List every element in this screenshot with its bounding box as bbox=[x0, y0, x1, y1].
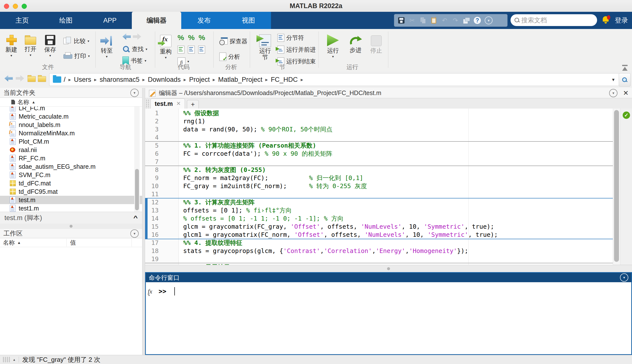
doc-search-field[interactable]: 搜索文档 bbox=[511, 14, 597, 26]
code-line-12[interactable]: 12%% 3. 计算灰度共生矩阵 bbox=[145, 198, 613, 206]
notification-bell-icon[interactable] bbox=[602, 16, 609, 24]
code-line-13[interactable]: 13offsets = [0 1]; % fi›fl‡°方向 bbox=[145, 206, 613, 214]
workspace-column-header[interactable]: 名称▲ 值 bbox=[0, 238, 142, 247]
code-line-5[interactable]: 5%% 1. 计算功能连接矩阵 (Pearson相关系数) bbox=[145, 142, 613, 150]
panel-splitter[interactable] bbox=[0, 224, 142, 229]
list-item[interactable]: sdae_autism_EEG_share.m bbox=[0, 162, 142, 171]
code-line-16[interactable]: 16glcm1 = graycomatrix(FC_norm, 'Offset'… bbox=[145, 231, 613, 239]
detail-collapse-icon[interactable]: ^ bbox=[133, 214, 138, 221]
uncomment-icon[interactable]: % bbox=[188, 34, 195, 41]
command-window[interactable]: 命令行窗口 ▾ fx >> bbox=[145, 272, 632, 355]
command-window-menu-icon[interactable]: ▾ bbox=[620, 273, 628, 282]
analyze-button[interactable]: 分析 bbox=[219, 52, 240, 61]
code-line-6[interactable]: 6FC = corrcoef(data'); % 90 x 90 的相关矩阵 bbox=[145, 150, 613, 158]
breadcrumb-segment[interactable]: Project bbox=[189, 76, 210, 84]
list-item[interactable]: td_dFC95.mat bbox=[0, 188, 142, 196]
section-break-button[interactable]: 分节符 bbox=[277, 34, 304, 42]
open-button[interactable]: 打开▾ bbox=[25, 35, 36, 56]
editor-close-icon[interactable]: ✕ bbox=[623, 89, 628, 97]
code-line-2[interactable]: 2rng(1) bbox=[145, 117, 613, 125]
list-item[interactable]: test1.m bbox=[0, 204, 142, 212]
path-field[interactable]: /▸Users▸sharonsmac5▸Downloads▸Project▸Ma… bbox=[49, 73, 620, 86]
fx-hint-icon[interactable]: fx bbox=[148, 288, 152, 295]
splitter-handle-icon[interactable] bbox=[70, 225, 73, 228]
ribbon-tab-plots[interactable]: 绘图 bbox=[49, 12, 83, 29]
breadcrumb-segment[interactable]: Matlab_Project bbox=[218, 76, 262, 84]
status-caret-icon[interactable]: ▴ bbox=[13, 357, 15, 362]
ribbon-tab-editor[interactable]: 编辑器 bbox=[132, 12, 181, 29]
collapse-ribbon-icon[interactable] bbox=[621, 65, 628, 71]
folder-up-icon[interactable] bbox=[28, 75, 36, 82]
code-line-3[interactable]: 3data = rand(90, 50); % 90个ROI, 50个时间点 bbox=[145, 125, 613, 133]
comment-icon[interactable]: % bbox=[177, 34, 184, 41]
breadcrumb-segment[interactable]: / bbox=[64, 76, 66, 84]
editor-scrollbar[interactable] bbox=[613, 108, 620, 265]
command-window-body[interactable]: fx >> bbox=[146, 282, 631, 354]
list-item[interactable]: LR_FC.m bbox=[0, 106, 142, 112]
nav-history-buttons[interactable] bbox=[122, 34, 141, 40]
list-item[interactable]: raal.nii bbox=[0, 146, 142, 154]
help-icon[interactable]: ? bbox=[473, 16, 481, 24]
paste-icon[interactable] bbox=[430, 17, 438, 24]
workspace-body[interactable] bbox=[0, 247, 142, 355]
code-editor[interactable]: 1%% 假设数据2rng(1)3data = rand(90, 50); % 9… bbox=[145, 108, 632, 265]
workspace-menu-icon[interactable]: ▾ bbox=[130, 230, 139, 238]
breadcrumb-segment[interactable]: sharonsmac5 bbox=[100, 76, 139, 84]
find-button[interactable]: 查找▾ bbox=[122, 45, 147, 53]
run-section-button[interactable]: 运行节 bbox=[258, 34, 273, 60]
run-button[interactable]: 运行▾ bbox=[327, 34, 339, 58]
code-line-11[interactable]: 11 bbox=[145, 190, 613, 198]
code-line-14[interactable]: 14% offsets = [0 1; -1 1; -1 0; -1 -1]; … bbox=[145, 214, 613, 222]
breadcrumb-segment[interactable]: FC_HDC bbox=[271, 76, 298, 84]
quick-access-dropdown-icon[interactable]: ▾ bbox=[485, 16, 493, 24]
workspace-name-header[interactable]: 名称 bbox=[3, 239, 15, 246]
current-folder-menu-icon[interactable]: ▾ bbox=[130, 89, 139, 97]
new-button[interactable]: 新建▾ bbox=[6, 34, 17, 57]
list-item[interactable]: Metric_caculate.m bbox=[0, 112, 142, 120]
ribbon-tab-apps[interactable]: APP bbox=[93, 12, 127, 29]
code-line-1[interactable]: 1%% 假设数据 bbox=[145, 109, 613, 117]
smart-indent-icon[interactable] bbox=[177, 46, 184, 54]
breadcrumb-back-icon[interactable] bbox=[5, 75, 13, 82]
ribbon-tab-view[interactable]: 视图 bbox=[231, 12, 266, 29]
editor-scroll-thumb[interactable] bbox=[614, 110, 619, 262]
code-ok-check-icon[interactable]: ✓ bbox=[623, 112, 630, 119]
vertical-splitter[interactable] bbox=[142, 88, 145, 355]
splitter-dot-icon[interactable] bbox=[387, 267, 390, 270]
list-item[interactable]: Plot_CM.m bbox=[0, 137, 142, 146]
status-grip-icon[interactable] bbox=[3, 357, 10, 362]
code-line-8[interactable]: 8%% 2. 转为灰度图 (0-255) bbox=[145, 166, 613, 174]
print-button[interactable]: 打印▾ bbox=[63, 52, 90, 60]
save-icon[interactable] bbox=[398, 17, 405, 24]
compare-button[interactable]: 比较▾ bbox=[63, 37, 89, 45]
run-advance-button[interactable]: 运行并前进 bbox=[277, 46, 316, 54]
breadcrumb-segment[interactable]: Downloads bbox=[148, 76, 181, 84]
code-line-9[interactable]: 9FC_norm = mat2gray(FC); % 归一化到 [0,1] bbox=[145, 174, 613, 182]
indent-left-icon[interactable] bbox=[198, 46, 205, 54]
back-icon[interactable] bbox=[122, 34, 131, 40]
step-button[interactable]: 步进 bbox=[349, 35, 362, 54]
list-item[interactable]: td_dFC.mat bbox=[0, 179, 142, 188]
indent-right-icon[interactable] bbox=[188, 46, 195, 54]
code-line-17[interactable]: 17%% 4. 提取纹理特征 bbox=[145, 239, 613, 247]
wrap-comment-icon[interactable]: % bbox=[198, 34, 205, 41]
code-line-4[interactable]: 4 bbox=[145, 133, 613, 142]
goto-button[interactable]: 转至▾ bbox=[100, 35, 113, 58]
list-item[interactable]: RF_FC.m bbox=[0, 154, 142, 162]
name-column-header[interactable]: 名称 bbox=[18, 98, 29, 106]
code-line-7[interactable]: 7 bbox=[145, 158, 613, 166]
file-list-scrollbar[interactable] bbox=[134, 106, 140, 212]
code-line-18[interactable]: 18stats = graycoprops(glcm, {'Contrast',… bbox=[145, 247, 613, 255]
code-line-19[interactable]: 19 bbox=[145, 255, 613, 263]
browse-folder-icon[interactable] bbox=[38, 75, 46, 82]
profiler-button[interactable]: 探查器 bbox=[219, 37, 247, 45]
file-list-column-header[interactable]: 名称 ▲ bbox=[0, 98, 142, 106]
file-detail-bar[interactable]: test.m (脚本) ^ bbox=[0, 212, 142, 224]
breadcrumb-segment[interactable]: Users bbox=[74, 76, 91, 84]
switch-window-icon[interactable] bbox=[463, 17, 470, 24]
save-button[interactable]: 保存▾ bbox=[44, 35, 56, 57]
tabstrip-grip[interactable] bbox=[146, 99, 149, 108]
new-tab-button[interactable]: + bbox=[187, 100, 199, 108]
code-line-10[interactable]: 10FC_gray = im2uint8(FC_norm); % 转为 0-25… bbox=[145, 182, 613, 190]
editor-command-splitter[interactable] bbox=[145, 265, 632, 272]
